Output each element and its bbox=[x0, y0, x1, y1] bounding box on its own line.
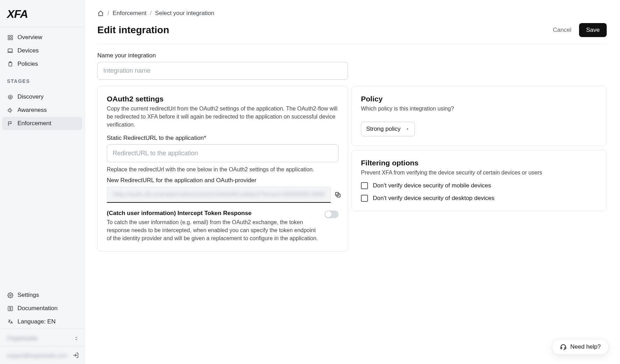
new-redirect-label: New RedirectURL for the application and … bbox=[107, 177, 339, 184]
sidebar-item-devices[interactable]: Devices bbox=[2, 44, 82, 57]
svg-rect-0 bbox=[8, 35, 10, 37]
name-label: Name your integration bbox=[97, 52, 348, 59]
sidebar-item-settings[interactable]: Settings bbox=[2, 288, 82, 302]
app-logo[interactable]: XFA bbox=[0, 0, 84, 27]
copy-icon bbox=[334, 191, 341, 198]
sidebar-item-documentation[interactable]: Documentation bbox=[2, 302, 82, 315]
page-header: Edit integration Cancel Save bbox=[97, 23, 607, 44]
oauth-title: OAuth2 settings bbox=[107, 95, 339, 103]
sidebar-item-policies[interactable]: Policies bbox=[2, 57, 82, 71]
left-column: OAuth2 settings Copy the current redirec… bbox=[97, 86, 348, 256]
toggle-knob bbox=[325, 211, 332, 217]
svg-rect-13 bbox=[565, 347, 566, 349]
gear-icon bbox=[7, 292, 13, 298]
filter-mobile-label: Don't verify device security of mobile d… bbox=[373, 182, 491, 189]
policy-desc: Which policy is this integration using? bbox=[361, 105, 597, 113]
help-button[interactable]: Need help? bbox=[552, 339, 609, 355]
sidebar-item-label: Enforcement bbox=[18, 120, 51, 127]
help-label: Need help? bbox=[570, 343, 601, 350]
sidebar-item-label: Awareness bbox=[18, 107, 47, 114]
copy-redirect-button[interactable] bbox=[334, 187, 341, 203]
new-redirect-row: https://auth.xfa.example/redirect/a1b2c3… bbox=[107, 187, 339, 203]
page-actions: Cancel Save bbox=[549, 23, 607, 37]
clipboard-icon bbox=[7, 61, 13, 67]
breadcrumb-sep: / bbox=[107, 10, 109, 17]
replace-note: Replace the redirectUrl with the one bel… bbox=[107, 166, 339, 173]
sidebar-item-label: Devices bbox=[18, 47, 39, 54]
new-redirect-text: https://auth.xfa.example/redirect/a1b2c3… bbox=[113, 191, 325, 198]
policy-selected-label: Strong policy bbox=[366, 126, 400, 133]
sidebar-user-row: support@organisatie.com bbox=[0, 346, 84, 364]
svg-point-9 bbox=[9, 294, 11, 296]
content-columns: OAuth2 settings Copy the current redirec… bbox=[97, 86, 607, 256]
sidebar-stages-nav: Discovery Awareness Enforcement bbox=[0, 87, 84, 131]
svg-rect-2 bbox=[8, 38, 10, 40]
flag-icon bbox=[7, 120, 13, 127]
intercept-toggle[interactable] bbox=[325, 210, 339, 218]
sidebar-item-label: Language: EN bbox=[18, 318, 56, 325]
sidebar-stages-heading: STAGES bbox=[0, 72, 84, 87]
oauth-card: OAuth2 settings Copy the current redirec… bbox=[97, 86, 348, 252]
sidebar-item-label: Overview bbox=[18, 34, 42, 41]
sidebar: XFA Overview Devices Policies STAGES bbox=[0, 0, 85, 364]
megaphone-icon bbox=[7, 107, 13, 113]
cancel-button[interactable]: Cancel bbox=[549, 24, 576, 36]
svg-rect-3 bbox=[11, 38, 12, 40]
breadcrumb-enforcement[interactable]: Enforcement bbox=[113, 10, 146, 17]
sidebar-item-overview[interactable]: Overview bbox=[2, 31, 82, 44]
filter-mobile-row: Don't verify device security of mobile d… bbox=[361, 182, 597, 189]
main-content: / Enforcement / Select your integration … bbox=[85, 0, 620, 364]
filtering-title: Filtering options bbox=[361, 159, 597, 167]
policy-title: Policy bbox=[361, 95, 597, 103]
static-redirect-label: Static RedirectURL to the application* bbox=[107, 135, 339, 142]
logout-icon[interactable] bbox=[72, 352, 79, 358]
filter-desktop-row: Don't verify device security of desktop … bbox=[361, 195, 597, 202]
integration-name-input[interactable] bbox=[97, 62, 348, 80]
page-title: Edit integration bbox=[97, 24, 169, 36]
intercept-toggle-title: (Catch user information) Intercept Token… bbox=[107, 210, 319, 217]
new-redirect-value: https://auth.xfa.example/redirect/a1b2c3… bbox=[107, 187, 331, 203]
svg-point-7 bbox=[8, 95, 12, 99]
static-redirect-input[interactable] bbox=[107, 144, 339, 162]
sidebar-bottom-nav: Settings Documentation Language: EN bbox=[0, 286, 84, 328]
sidebar-item-label: Policies bbox=[18, 60, 38, 67]
sidebar-item-label: Documentation bbox=[18, 305, 57, 312]
policy-select[interactable]: Strong policy bbox=[361, 122, 415, 136]
name-field-block: Name your integration bbox=[97, 52, 348, 80]
headset-icon bbox=[560, 343, 567, 350]
breadcrumb: / Enforcement / Select your integration bbox=[97, 10, 607, 17]
breadcrumb-sep: / bbox=[150, 10, 152, 17]
breadcrumb-current: Select your integration bbox=[155, 10, 214, 17]
book-icon bbox=[7, 305, 13, 312]
filtering-card: Filtering options Prevent XFA from verif… bbox=[351, 150, 607, 211]
sort-icon bbox=[74, 335, 79, 342]
policy-card: Policy Which policy is this integration … bbox=[351, 86, 607, 146]
sidebar-item-awareness[interactable]: Awareness bbox=[2, 104, 82, 117]
target-icon bbox=[7, 94, 13, 100]
sidebar-item-enforcement[interactable]: Enforcement bbox=[2, 117, 82, 130]
sidebar-item-label: Discovery bbox=[18, 93, 44, 100]
grid-icon bbox=[7, 34, 13, 41]
sidebar-item-language[interactable]: Language: EN bbox=[2, 315, 82, 328]
save-button[interactable]: Save bbox=[579, 23, 607, 37]
intercept-toggle-row: (Catch user information) Intercept Token… bbox=[107, 210, 339, 243]
oauth-desc: Copy the current redirectUrl from the OA… bbox=[107, 105, 339, 129]
sidebar-item-discovery[interactable]: Discovery bbox=[2, 90, 82, 104]
chevron-down-icon bbox=[405, 127, 410, 131]
filter-mobile-checkbox[interactable] bbox=[361, 182, 368, 189]
home-icon[interactable] bbox=[97, 10, 104, 17]
svg-rect-12 bbox=[561, 347, 562, 349]
sidebar-org-switcher[interactable]: Organisatie bbox=[0, 328, 84, 346]
svg-rect-4 bbox=[8, 49, 12, 52]
filter-desktop-label: Don't verify device security of desktop … bbox=[373, 195, 494, 202]
org-name: Organisatie bbox=[7, 335, 37, 342]
user-email: support@organisatie.com bbox=[7, 352, 67, 358]
filter-desktop-checkbox[interactable] bbox=[361, 195, 368, 202]
translate-icon bbox=[7, 319, 13, 325]
svg-point-8 bbox=[9, 96, 11, 98]
filtering-desc: Prevent XFA from verifying the device se… bbox=[361, 169, 597, 177]
intercept-toggle-desc: To catch the user information (e.g. emai… bbox=[107, 218, 319, 243]
right-column: Policy Which policy is this integration … bbox=[351, 86, 607, 215]
laptop-icon bbox=[7, 48, 13, 54]
sidebar-main-nav: Overview Devices Policies bbox=[0, 27, 84, 72]
